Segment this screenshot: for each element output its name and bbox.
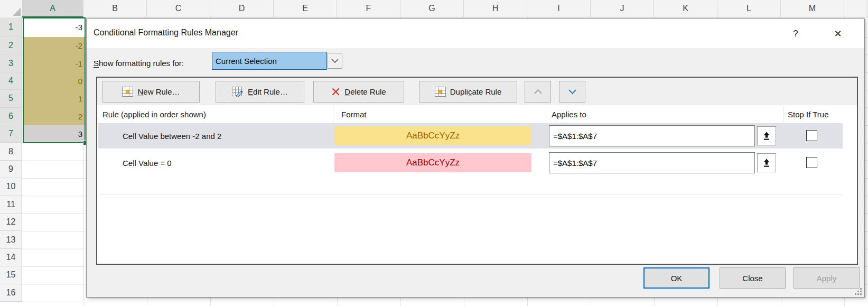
table-icon [122, 87, 133, 97]
column-header-L[interactable]: L [717, 0, 781, 17]
selection-border [23, 17, 86, 143]
row-header-13[interactable]: 13 [0, 231, 22, 248]
header-divider [333, 106, 333, 123]
column-header-I[interactable]: I [527, 0, 591, 17]
select-all-button[interactable] [0, 0, 23, 18]
duplicate-rule-button[interactable]: Duplicate Rule [419, 81, 517, 103]
red-x-icon [331, 87, 340, 96]
apply-button[interactable]: Apply [794, 267, 860, 289]
row-header-5[interactable]: 5 [0, 90, 22, 107]
column-header-E[interactable]: E [274, 0, 337, 17]
column-header-A[interactable]: A [22, 0, 83, 17]
column-header-G[interactable]: G [400, 0, 464, 17]
rules-list-header: Rule (applied in order shown) Format App… [97, 105, 857, 123]
close-icon[interactable]: ✕ [830, 26, 846, 42]
rule-row-cell-value-between[interactable]: Cell Value between -2 and 2 AaBbCcYyZz =… [98, 123, 843, 149]
select-all-triangle-icon [13, 8, 21, 16]
resize-grip[interactable] [855, 288, 862, 295]
stop-if-true-checkbox[interactable] [806, 157, 817, 168]
row-header-9[interactable]: 9 [0, 161, 22, 178]
row-divider [98, 194, 843, 195]
header-stop-if-true: Stop If True [788, 105, 829, 123]
format-preview: AaBbCcYyZz [334, 153, 531, 172]
show-rules-dropdown-arrow[interactable] [328, 53, 342, 69]
applies-to-input[interactable]: =$A$1:$A$7 [549, 125, 755, 146]
table-icon [435, 87, 446, 97]
column-header-partial [844, 0, 868, 17]
delete-rule-button[interactable]: Delete Rule [313, 81, 404, 103]
column-header-F[interactable]: F [337, 0, 400, 17]
table-pencil-icon [232, 87, 244, 97]
screen: ABCDEFGHIJKLM 12345678910111213141516 -3… [0, 0, 868, 306]
row-header-12[interactable]: 12 [0, 214, 22, 231]
arrow-up-bar-icon [763, 159, 770, 168]
show-rules-dropdown[interactable]: Current Selection [212, 52, 327, 70]
header-format: Format [341, 105, 367, 123]
show-rules-dropdown-value: Current Selection [216, 57, 277, 66]
rule-name: Cell Value between -2 and 2 [123, 123, 221, 149]
chevron-down-icon [331, 58, 339, 63]
column-header-M[interactable]: M [781, 0, 844, 17]
header-divider [546, 106, 546, 123]
collapse-dialog-button[interactable] [757, 153, 776, 172]
move-rule-down-button[interactable] [559, 81, 585, 103]
rules-toolbar: New Rule… Edit Rule… Delete Rule Duplica… [97, 78, 857, 106]
row-header-16[interactable]: 16 [0, 284, 22, 302]
rule-row-cell-value-equals[interactable]: Cell Value = 0 AaBbCcYyZz =$A$1:$A$7 [98, 150, 843, 175]
row-header-10[interactable]: 10 [0, 178, 22, 196]
collapse-dialog-button[interactable] [757, 126, 776, 145]
column-header-H[interactable]: H [464, 0, 527, 17]
row-header-11[interactable]: 11 [0, 196, 22, 214]
stop-if-true-checkbox[interactable] [806, 130, 817, 141]
header-rule: Rule (applied in order shown) [102, 105, 206, 123]
row-header-14[interactable]: 14 [0, 249, 22, 266]
row-header-15[interactable]: 15 [0, 266, 22, 284]
chevron-up-icon [534, 89, 543, 95]
rules-panel: New Rule… Edit Rule… Delete Rule Duplica… [96, 77, 858, 265]
row-header-6[interactable]: 6 [0, 108, 22, 125]
ok-button[interactable]: OK [643, 267, 710, 289]
column-header-K[interactable]: K [654, 0, 717, 17]
move-rule-up-button[interactable] [525, 81, 551, 103]
chevron-down-icon [568, 89, 577, 95]
row-header-2[interactable]: 2 [0, 37, 22, 54]
row-header-1[interactable]: 1 [0, 17, 22, 37]
column-header-D[interactable]: D [210, 0, 274, 17]
new-rule-button[interactable]: New Rule… [102, 81, 200, 103]
row-header-4[interactable]: 4 [0, 72, 22, 90]
row-header-3[interactable]: 3 [0, 54, 22, 72]
column-header-J[interactable]: J [591, 0, 654, 17]
column-header-B[interactable]: B [83, 0, 147, 17]
applies-to-input[interactable]: =$A$1:$A$7 [549, 152, 755, 173]
row-header-7[interactable]: 7 [0, 125, 22, 143]
rule-name: Cell Value = 0 [123, 150, 172, 175]
dialog-title-bar: Conditional Formatting Rules Manager ? ✕ [87, 19, 864, 48]
header-divider [783, 106, 783, 123]
edit-rule-button[interactable]: Edit Rule… [216, 81, 304, 103]
close-button[interactable]: Close [720, 267, 786, 289]
column-header-C[interactable]: C [147, 0, 210, 17]
format-preview: AaBbCcYyZz [334, 126, 531, 145]
dialog-title: Conditional Formatting Rules Manager [94, 28, 238, 38]
show-rules-label: Show formatting rules for: [94, 54, 184, 72]
header-applies-to: Applies to [552, 105, 586, 123]
arrow-up-bar-icon [763, 132, 770, 141]
help-icon[interactable]: ? [788, 26, 804, 42]
row-header-8[interactable]: 8 [0, 143, 22, 160]
conditional-formatting-rules-manager-dialog: Conditional Formatting Rules Manager ? ✕… [86, 18, 865, 298]
